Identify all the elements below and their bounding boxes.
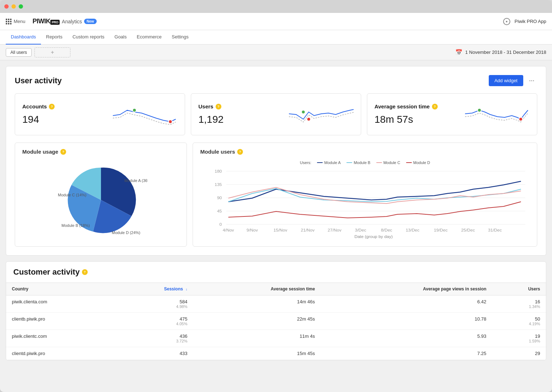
- nav-ecommerce[interactable]: Ecommerce: [132, 30, 166, 45]
- svg-text:45: 45: [217, 209, 222, 213]
- pie-chart: Module A (36%) Module C (14%) Module B (…: [54, 160, 148, 239]
- module-users-info-icon[interactable]: ?: [237, 149, 243, 155]
- row1-sessions: 584 4.98%: [113, 295, 193, 313]
- svg-text:31/Dec: 31/Dec: [488, 228, 502, 232]
- all-users-tab[interactable]: All users: [6, 48, 32, 57]
- section-header-right: Add widget ···: [489, 75, 537, 86]
- more-options-button[interactable]: ···: [526, 75, 537, 86]
- nav-dashboards[interactable]: Dashboards: [6, 30, 41, 45]
- row1-avg-session: 14m 46s: [193, 295, 321, 313]
- customer-activity-info-icon[interactable]: ?: [82, 269, 88, 275]
- svg-text:Module D (24%): Module D (24%): [112, 230, 140, 235]
- users-value: 1,192: [198, 114, 224, 125]
- app-name: Piwik PRO App: [515, 19, 546, 24]
- row2-users: 50 4.19%: [492, 313, 546, 330]
- add-dashboard-button[interactable]: +: [34, 47, 70, 57]
- accounts-label-row: Accounts ?: [22, 103, 55, 109]
- legend-label: Users:: [300, 160, 312, 165]
- table-body: piwik.clienta.com 584 4.98% 14m 46s 6.42…: [6, 295, 546, 360]
- col-country: Country: [6, 283, 113, 295]
- logo: PIWIKPRO Analytics New: [33, 18, 97, 25]
- svg-text:27/Nov: 27/Nov: [328, 228, 342, 232]
- svg-text:Module A (36%): Module A (36%): [124, 178, 148, 183]
- minimize-button[interactable]: [12, 4, 16, 9]
- table-row: clientb.piwik.pro 475 4.05% 22m 45s 10.7…: [6, 313, 546, 330]
- col-sessions[interactable]: Sessions ↓: [113, 283, 193, 295]
- col-users: Users: [492, 283, 546, 295]
- accounts-left: Accounts ? 194: [22, 103, 55, 125]
- legend-dot-d: [406, 162, 412, 163]
- accounts-chart: [113, 99, 178, 129]
- module-users-legend: Users: Module A Module B Module C: [200, 160, 530, 165]
- legend-dot-c: [376, 162, 382, 163]
- svg-point-1: [169, 120, 172, 123]
- users-left: Users ? 1,192: [198, 103, 224, 125]
- user-activity-title: User activity: [15, 76, 62, 85]
- svg-text:19/Dec: 19/Dec: [434, 228, 448, 232]
- nav-custom-reports[interactable]: Custom reports: [68, 30, 110, 45]
- secondary-navigation: Dashboards Reports Custom reports Goals …: [0, 30, 552, 45]
- module-users-title-row: Module users ?: [200, 149, 530, 155]
- menu-button[interactable]: Menu: [6, 19, 26, 24]
- row3-country: piwik.clientc.com: [6, 330, 113, 347]
- avg-session-value: 18m 57s: [374, 114, 438, 125]
- titlebar: [0, 0, 552, 13]
- table-row: clientd.piwik.pro 433 15m 45s 7.25 29: [6, 347, 546, 360]
- sort-icon: ↓: [186, 287, 188, 291]
- legend-label-a: Module A: [324, 160, 341, 165]
- user-activity-header: User activity Add widget ···: [15, 75, 537, 86]
- customer-activity-section: Customer activity ? Country Sessions ↓ A…: [6, 261, 546, 360]
- new-badge: New: [84, 19, 97, 24]
- avg-session-time-card: Average session time ? 18m 57s: [367, 93, 537, 135]
- svg-text:4/Nov: 4/Nov: [223, 228, 234, 232]
- svg-text:Module B (18%): Module B (18%): [61, 223, 90, 228]
- dashboard-tabs: All users +: [6, 47, 70, 57]
- legend-module-d: Module D: [406, 160, 430, 165]
- logo-text: PIWIKPRO: [33, 18, 60, 25]
- add-widget-button[interactable]: Add widget: [489, 75, 523, 86]
- legend-label-c: Module C: [383, 160, 400, 165]
- module-users-title: Module users: [200, 149, 235, 155]
- row3-avg-session: 11m 4s: [193, 330, 321, 347]
- svg-text:21/Nov: 21/Nov: [301, 228, 315, 232]
- users-label: Users: [198, 103, 213, 109]
- topnav-left: Menu PIWIKPRO Analytics New: [6, 18, 97, 25]
- module-usage-info-icon[interactable]: ?: [60, 149, 66, 155]
- customer-activity-title: Customer activity: [13, 267, 80, 277]
- row4-country: clientd.piwik.pro: [6, 347, 113, 360]
- svg-text:135: 135: [215, 183, 222, 187]
- svg-text:8/Dec: 8/Dec: [381, 228, 392, 232]
- svg-text:180: 180: [215, 169, 222, 173]
- col-avg-pageviews: Average page views in session: [321, 283, 492, 295]
- maximize-button[interactable]: [19, 4, 23, 9]
- globe-icon[interactable]: ●: [503, 18, 510, 25]
- table-header: Country Sessions ↓ Average session time …: [6, 283, 546, 295]
- nav-settings[interactable]: Settings: [167, 30, 194, 45]
- legend-dot-b: [346, 162, 352, 163]
- svg-point-2: [302, 110, 305, 114]
- close-button[interactable]: [4, 4, 9, 9]
- row4-avg-pageviews: 7.25: [321, 347, 492, 360]
- app-window: Menu PIWIKPRO Analytics New ● Piwik PRO …: [0, 0, 552, 392]
- legend-label-b: Module B: [354, 160, 370, 165]
- row2-country: clientb.piwik.pro: [6, 313, 113, 330]
- date-range-selector[interactable]: 📅 1 November 2018 - 31 December 2018: [455, 49, 546, 56]
- nav-reports[interactable]: Reports: [41, 30, 68, 45]
- users-info-icon[interactable]: ?: [216, 104, 221, 109]
- row3-avg-pageviews: 5.93: [321, 330, 492, 347]
- nav-goals[interactable]: Goals: [110, 30, 132, 45]
- accounts-info-icon[interactable]: ?: [49, 104, 55, 109]
- row3-sessions: 436 3.72%: [113, 330, 193, 347]
- logo-pro-badge: PRO: [50, 20, 60, 25]
- legend-module-c: Module C: [376, 160, 400, 165]
- col-avg-session: Average session time: [193, 283, 321, 295]
- legend-dot-a: [317, 162, 323, 163]
- calendar-icon: 📅: [455, 49, 463, 56]
- users-chart: [289, 99, 354, 129]
- row2-avg-pageviews: 10.78: [321, 313, 492, 330]
- avg-session-info-icon[interactable]: ?: [432, 104, 438, 109]
- users-label-row: Users ?: [198, 103, 224, 109]
- row2-avg-session: 22m 45s: [193, 313, 321, 330]
- analytics-label: Analytics: [62, 19, 82, 24]
- module-usage-card: Module usage ?: [15, 143, 187, 247]
